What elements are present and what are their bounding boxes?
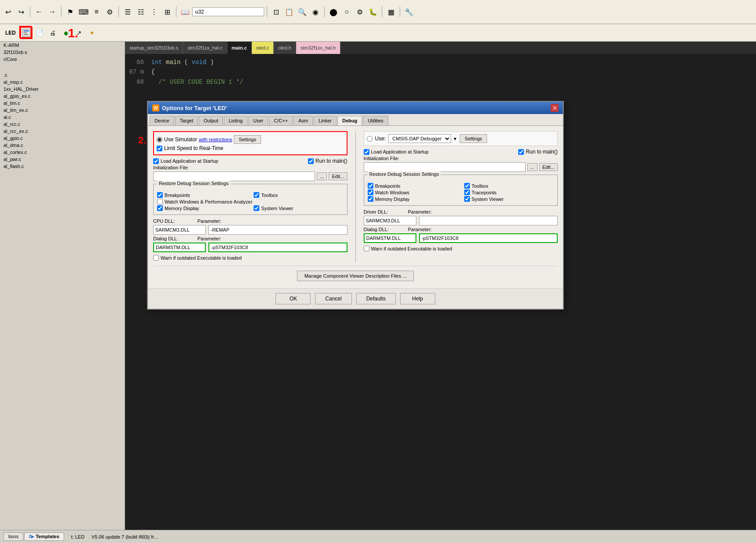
list-icon[interactable]: ⊞: [161, 6, 173, 18]
sidebar-item-hal-driver[interactable]: 1xx_HAL_Driver: [0, 86, 125, 93]
align-left-icon[interactable]: ☰: [122, 6, 134, 18]
sidebar-item-rcc-ex[interactable]: al_rcc_ex.c: [0, 128, 125, 135]
init-file-input-right[interactable]: [364, 162, 526, 172]
book-icon[interactable]: 📖: [179, 6, 191, 18]
tool1-icon[interactable]: ⚙: [104, 6, 116, 18]
init-browse-right[interactable]: ...: [527, 163, 537, 171]
dialog-dll-input-left[interactable]: [153, 243, 206, 252]
sidebar-item-hal[interactable]: al.c: [0, 114, 125, 121]
tab-hal-c[interactable]: stm32f1xx_hal.c: [183, 42, 227, 54]
dialog-param-input-left[interactable]: [208, 243, 348, 252]
driver-param-input[interactable]: [419, 216, 558, 225]
sidebar-item-gpio-ex[interactable]: al_gpio_ex.c: [0, 93, 125, 100]
ok-button[interactable]: OK: [276, 293, 311, 304]
grid-icon[interactable]: ▦: [385, 6, 397, 18]
load-app-check-right[interactable]: [364, 149, 369, 155]
tab-ccpp[interactable]: C/C++: [269, 116, 293, 125]
watch-windows-check-right[interactable]: [368, 189, 373, 195]
align-right-icon[interactable]: ⋮: [148, 6, 160, 18]
back-icon[interactable]: ←: [33, 6, 45, 18]
search2-icon[interactable]: ◉: [309, 6, 322, 18]
sidebar-item-startup[interactable]: 32f103xb.s: [0, 49, 125, 56]
align-center-icon[interactable]: ☷: [135, 6, 147, 18]
manage-button[interactable]: Manage Component Viewer Description File…: [297, 271, 414, 281]
tab-output[interactable]: Output: [199, 116, 223, 125]
copy-icon[interactable]: ⊡: [270, 6, 282, 18]
memory-display-check-left[interactable]: [157, 205, 163, 211]
forward-icon[interactable]: →: [46, 6, 58, 18]
debugger-settings-button[interactable]: Settings: [460, 134, 487, 143]
code-icon[interactable]: ⌨: [77, 6, 90, 18]
simulator-settings-button[interactable]: Settings: [234, 135, 261, 144]
use-simulator-radio[interactable]: [157, 137, 162, 143]
status-tab-actions[interactable]: tions: [4, 532, 23, 541]
toolbox-check-left[interactable]: [254, 192, 259, 198]
tab-startup[interactable]: startup_stm32f103xb.s: [125, 42, 183, 54]
memory-display-check-right[interactable]: [368, 196, 373, 202]
sidebar-item-core[interactable]: r/Core: [0, 56, 125, 63]
dialog-param-input-right[interactable]: [419, 233, 558, 243]
warn-check-left[interactable]: [153, 255, 159, 261]
toolbox-check-right[interactable]: [464, 183, 470, 189]
redo-icon[interactable]: ↪: [15, 6, 27, 18]
undo-icon[interactable]: ↩: [2, 6, 14, 18]
watch-windows-check-left[interactable]: [157, 199, 163, 204]
tab-user[interactable]: User: [248, 116, 268, 125]
print-icon[interactable]: 🖨: [47, 27, 59, 39]
driver-dll-input[interactable]: [364, 216, 416, 225]
status-tab-templates[interactable]: 0▸ Templates: [24, 532, 64, 541]
tab-linker[interactable]: Linker: [314, 116, 337, 125]
tab-listing[interactable]: Listing: [224, 116, 247, 125]
star-icon[interactable]: ✦: [86, 27, 98, 39]
ring-icon[interactable]: ○: [340, 6, 353, 18]
defaults-button[interactable]: Defaults: [356, 293, 396, 304]
sidebar-item-dma[interactable]: al_dma.c: [0, 142, 125, 149]
cancel-button[interactable]: Cancel: [315, 293, 351, 304]
system-viewer-check-right[interactable]: [464, 196, 470, 202]
dialog-close-button[interactable]: ✕: [551, 104, 559, 112]
circle-icon[interactable]: ⬤: [327, 6, 340, 18]
breakpoints-check-left[interactable]: [157, 192, 163, 198]
use-debugger-radio[interactable]: [367, 136, 373, 142]
tracepoints-check-right[interactable]: [464, 189, 470, 195]
dialog-dll-input-right[interactable]: [364, 233, 416, 243]
debugger-select[interactable]: CMSIS-DAP Debugger: [388, 134, 451, 143]
sidebar-item-c[interactable]: .c: [0, 71, 125, 79]
tab-main-c[interactable]: main.c: [227, 42, 252, 54]
tab-target[interactable]: Target: [175, 116, 198, 125]
wrench-icon[interactable]: 🔧: [403, 6, 415, 18]
cpu-param-input[interactable]: [208, 225, 348, 235]
breakpoints-check-right[interactable]: [368, 183, 373, 189]
flag-icon[interactable]: ⚑: [64, 6, 76, 18]
sidebar-item-flash[interactable]: al_flash.c: [0, 163, 125, 170]
tab-debug[interactable]: Debug: [337, 116, 362, 125]
tab-oled-h[interactable]: oled.h: [274, 42, 296, 54]
sidebar-item-gpio[interactable]: al_gpio.c: [0, 135, 125, 142]
sidebar-item-tim-ex[interactable]: al_tim_ex.c: [0, 107, 125, 114]
tab-hal-h[interactable]: stm32f1xx_hal.h: [296, 42, 340, 54]
build-input[interactable]: u32: [192, 7, 264, 16]
tab-asm[interactable]: Asm: [294, 116, 313, 125]
tab-utilities[interactable]: Utilities: [363, 116, 388, 125]
run-main-check-right[interactable]: [518, 149, 524, 155]
cpu-dll-input[interactable]: [153, 225, 206, 235]
limit-speed-check[interactable]: [157, 146, 162, 151]
init-edit-left[interactable]: Edit...: [329, 172, 347, 180]
help-button[interactable]: Help: [400, 293, 435, 304]
init-file-input-left[interactable]: [153, 171, 315, 181]
search-icon[interactable]: 🔍: [296, 6, 308, 18]
run-main-check-left[interactable]: [308, 158, 314, 164]
gear-icon[interactable]: ⚙: [354, 6, 366, 18]
tab-device[interactable]: Device: [150, 116, 174, 125]
sidebar-item-tim[interactable]: al_tim.c: [0, 100, 125, 107]
load-app-check-left[interactable]: [153, 158, 159, 164]
tab-oled-c[interactable]: oled.c: [252, 42, 274, 54]
init-edit-right[interactable]: Edit...: [539, 163, 558, 171]
init-browse-left[interactable]: ...: [317, 172, 327, 180]
sidebar-item-karm[interactable]: K-ARM: [0, 42, 125, 49]
system-viewer-check-left[interactable]: [254, 205, 259, 211]
sidebar-item-cortex[interactable]: al_cortex.c: [0, 149, 125, 156]
copy2-icon[interactable]: 📄: [33, 27, 46, 39]
warn-check-right[interactable]: [364, 246, 369, 251]
sidebar-item-hal-msp[interactable]: al_msp.c: [0, 79, 125, 86]
